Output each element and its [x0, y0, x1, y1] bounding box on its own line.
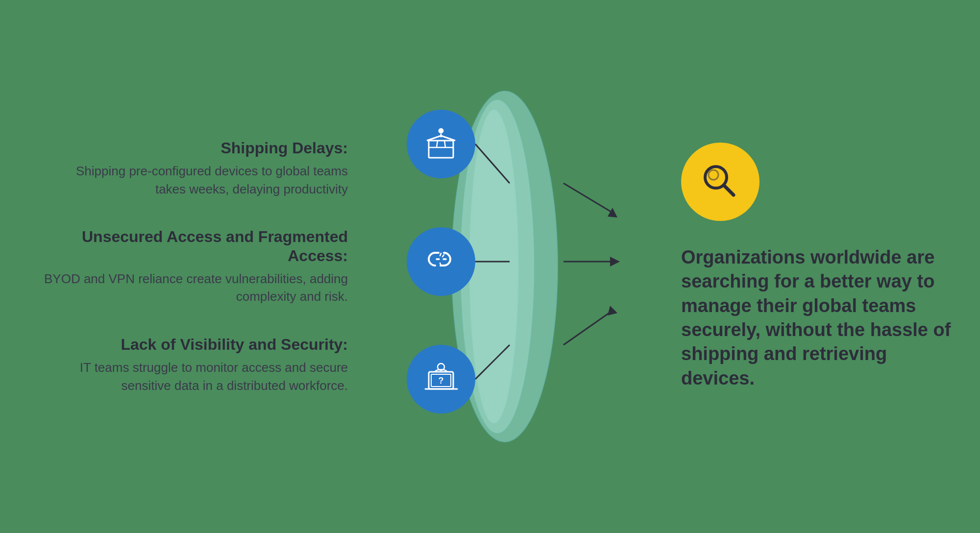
main-container: Shipping Delays: Shipping pre-configured…	[0, 0, 980, 533]
solution-text: Organizations worldwide are searching fo…	[681, 245, 965, 390]
svg-line-17	[444, 141, 445, 147]
problem-unsecured: Unsecured Access and Fragmented Access: …	[44, 227, 348, 306]
fragment-circle	[407, 227, 475, 296]
svg-line-20	[440, 253, 441, 256]
icon-circles: ?	[358, 71, 652, 462]
svg-point-30	[709, 170, 718, 180]
unsecured-desc: BYOD and VPN reliance create vulnerabili…	[44, 270, 348, 306]
svg-rect-14	[429, 141, 453, 158]
unsecured-title: Unsecured Access and Fragmented Access:	[44, 227, 348, 265]
svg-line-21	[442, 255, 444, 257]
shipping-desc: Shipping pre-configured devices to globa…	[44, 162, 348, 198]
svg-line-16	[437, 141, 438, 147]
svg-text:?: ?	[438, 376, 443, 386]
laptop-circle: ?	[407, 345, 475, 413]
box-circle	[407, 110, 475, 178]
problem-visibility: Lack of Visibility and Security: IT team…	[44, 335, 348, 394]
middle-section: ?	[358, 71, 652, 462]
visibility-title: Lack of Visibility and Security:	[44, 335, 348, 354]
right-section: Organizations worldwide are searching fo…	[681, 143, 965, 390]
svg-point-12	[439, 128, 443, 133]
search-icon	[698, 160, 742, 204]
fragment-icon	[423, 243, 460, 280]
shipping-title: Shipping Delays:	[44, 139, 348, 157]
laptop-icon: ?	[423, 361, 460, 398]
box-icon	[423, 126, 460, 163]
problem-shipping: Shipping Delays: Shipping pre-configured…	[44, 139, 348, 198]
svg-line-29	[724, 185, 734, 195]
visibility-desc: IT teams struggle to monitor access and …	[44, 359, 348, 394]
search-circle	[681, 143, 760, 221]
left-section: Shipping Delays: Shipping pre-configured…	[15, 139, 348, 394]
